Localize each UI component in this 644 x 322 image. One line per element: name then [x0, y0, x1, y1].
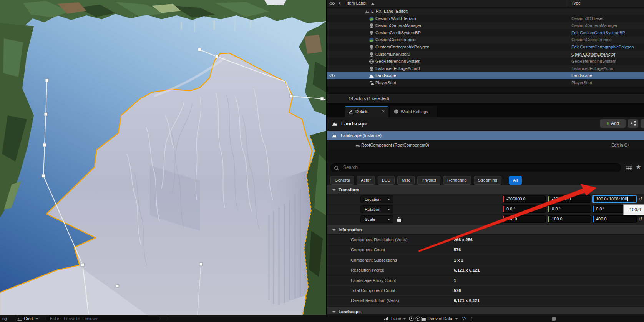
outliner-row-cesium-georeference[interactable]: CesiumGeoreference CesiumGeoreference — [327, 36, 644, 43]
filter-actor[interactable]: Actor — [357, 176, 375, 185]
tab-close-icon[interactable]: ✕ — [382, 106, 385, 117]
rotation-type-dropdown[interactable]: Rotation — [360, 205, 393, 213]
landscape-icon — [332, 121, 338, 127]
right-dock-panel: ★ Item Label Type L_PX_Land (Editor) Ces… — [326, 0, 644, 315]
tab-details[interactable]: Details ✕ — [345, 106, 388, 117]
filter-rendering[interactable]: Rendering — [443, 176, 471, 185]
location-z-field-editing[interactable]: 100.0+1068*100 — [592, 195, 637, 203]
outliner-header: ★ Item Label Type — [327, 0, 644, 7]
viewport-scene — [0, 0, 326, 315]
root-component-icon: C — [355, 143, 360, 148]
type-column-header[interactable]: Type — [571, 1, 581, 5]
plus-icon: + — [607, 120, 610, 126]
visibility-eye-icon[interactable] — [329, 74, 335, 78]
section-header-information[interactable]: Information — [327, 225, 644, 234]
landscape-icon — [369, 73, 374, 78]
outliner-row-player-start[interactable]: PlayerStart PlayerStart — [327, 79, 644, 87]
chevron-down-icon — [36, 318, 38, 320]
camera-actor-icon — [369, 52, 374, 57]
item-label-column-header[interactable]: Item Label — [347, 1, 366, 5]
add-component-button[interactable]: +Add — [600, 119, 626, 128]
outliner-row-level[interactable]: L_PX_Land (Editor) — [327, 8, 644, 15]
favorite-column-star-icon[interactable]: ★ — [338, 1, 342, 6]
search-icon — [334, 165, 339, 171]
info-row: Total Component Count 576 — [327, 286, 644, 296]
outliner-row-georeferencing-system[interactable]: GeoReferencingSystem GeoReferencingSyste… — [327, 58, 644, 65]
chevron-down-icon — [403, 318, 406, 320]
component-row-root-component[interactable]: C RootComponent (RootComponent0) Edit in… — [327, 140, 644, 150]
section-header-transform[interactable]: Transform — [327, 185, 644, 194]
rotation-y-field[interactable]: 0.0 ° — [548, 205, 591, 213]
lock-icon[interactable] — [397, 217, 402, 222]
details-pencil-icon — [348, 109, 354, 114]
blueprint-hierarchy-button[interactable] — [628, 119, 638, 128]
scale-y-field[interactable]: 100.0 — [548, 215, 591, 223]
hierarchy-icon — [630, 121, 636, 126]
level-icon — [365, 9, 370, 14]
reset-to-default-icon[interactable]: ↺ — [638, 215, 643, 223]
component-tree-empty — [327, 150, 644, 161]
output-log-clipped-button[interactable]: og — [2, 315, 7, 322]
visibility-column-eye-icon[interactable] — [329, 2, 335, 5]
scale-x-field[interactable]: 100.0 — [503, 215, 546, 223]
camera-actor-icon — [369, 45, 374, 50]
console-command-input[interactable] — [49, 316, 154, 321]
location-x-field[interactable]: -306000.0 — [503, 195, 546, 203]
info-row: Landscape Proxy Count 1 — [327, 276, 644, 286]
derived-data-dropdown[interactable]: Derived Data — [428, 315, 452, 322]
filter-streaming[interactable]: Streaming — [474, 176, 501, 185]
network-dots-icon[interactable] — [462, 317, 466, 321]
viewport-3d[interactable] — [0, 0, 326, 315]
scale-type-dropdown[interactable]: Scale — [360, 215, 393, 223]
collapse-triangle-icon — [332, 311, 336, 313]
insights-icon[interactable] — [409, 316, 414, 321]
scale-z-field[interactable]: 400.0 — [592, 215, 637, 223]
location-y-field[interactable]: -306000.0 — [548, 195, 591, 203]
player-start-icon — [369, 80, 374, 86]
chevron-down-icon — [387, 219, 390, 220]
filter-misc[interactable]: Misc — [397, 176, 415, 185]
camera-actor-icon — [369, 66, 374, 72]
kebab-menu-icon[interactable]: ⋮ — [470, 315, 474, 322]
chevron-down-icon — [387, 199, 390, 200]
edit-blueprint-link[interactable]: Edit CesiumCreditSystemBP — [571, 29, 625, 37]
outliner-row-cesium-credit-system[interactable]: CesiumCreditSystemBP Edit CesiumCreditSy… — [327, 29, 644, 37]
location-type-dropdown[interactable]: Location — [360, 195, 393, 203]
filter-physics[interactable]: Physics — [417, 176, 440, 185]
filter-general[interactable]: General — [330, 176, 354, 185]
tab-world-settings[interactable]: World Settings — [390, 106, 437, 117]
console-command-container[interactable] — [45, 316, 160, 321]
reset-to-default-icon[interactable]: ↺ — [638, 195, 643, 203]
landscape-icon — [332, 133, 337, 138]
outliner-row-custom-line-actor[interactable]: CustomLineActor0 Open CustomLineActor — [327, 51, 644, 58]
outliner-row-cesium-camera-manager[interactable]: CesiumCameraManager CesiumCameraManager — [327, 22, 644, 29]
component-row-landscape-instance[interactable]: Landscape (Instance) — [327, 131, 644, 140]
unreal-editor-screen: ★ Item Label Type L_PX_Land (Editor) Ces… — [0, 0, 644, 322]
outliner-row-instanced-foliage[interactable]: InstancedFoliageActor0 InstancedFoliageA… — [327, 65, 644, 72]
display-options-grid-icon[interactable] — [626, 165, 632, 170]
filter-lod[interactable]: LOD — [378, 176, 395, 185]
open-actor-link[interactable]: Open CustomLineActor — [571, 51, 615, 58]
editor-status-bar: og Cmd Trace Derived Data ⋮ — [0, 315, 644, 322]
rotation-x-field[interactable]: 0.0 ° — [503, 205, 546, 213]
selected-actor-title: Landscape — [341, 117, 367, 130]
favorites-star-icon[interactable]: ★ — [636, 164, 641, 170]
collapse-triangle-icon — [332, 189, 336, 191]
cmd-dropdown[interactable]: Cmd — [24, 315, 33, 322]
clipped-toolbar-button[interactable] — [641, 119, 644, 128]
filter-all-active[interactable]: All — [509, 176, 522, 185]
search-input[interactable] — [342, 164, 574, 170]
outliner-row-custom-cartographic-polygon[interactable]: CustomCartographicPolygon Edit CustomCar… — [327, 43, 644, 51]
edit-in-cpp-link[interactable]: Edit in C+ — [611, 140, 630, 150]
snapshot-icon[interactable] — [415, 316, 420, 321]
edit-blueprint-link[interactable]: Edit CustomCartographicPolygon — [571, 43, 634, 51]
transform-row-location: Location -306000.0 -306000.0 100.0+1068*… — [327, 194, 644, 204]
outliner-row-landscape-selected[interactable]: Landscape Landscape — [327, 72, 644, 79]
divider — [166, 317, 166, 321]
notification-icon[interactable] — [552, 317, 556, 321]
search-field-container[interactable] — [330, 163, 621, 172]
trace-dropdown[interactable]: Trace — [390, 315, 401, 322]
outliner-row-cesium-world-terrain[interactable]: Cesium World Terrain Cesium3DTileset — [327, 15, 644, 22]
section-header-landscape-clipped[interactable]: Landscape — [327, 307, 644, 315]
console-icon — [17, 317, 22, 321]
